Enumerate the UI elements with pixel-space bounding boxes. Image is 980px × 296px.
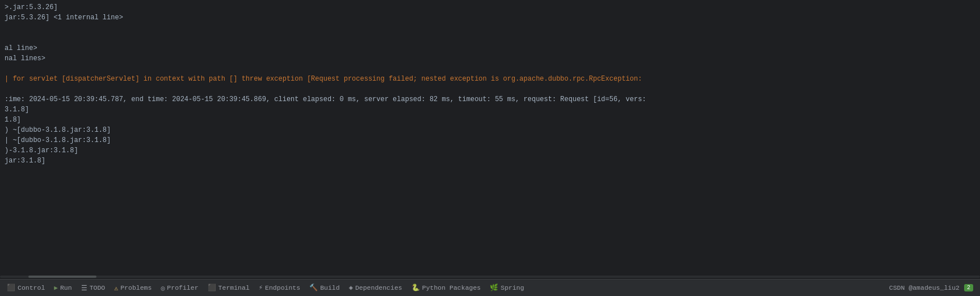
- console-line: [5, 33, 975, 43]
- console-line: [5, 84, 975, 94]
- toolbar-item-run[interactable]: ▶ Run: [49, 280, 76, 296]
- problems-icon: ⚠: [114, 284, 118, 292]
- build-icon: 🔨: [309, 284, 318, 292]
- console-line: | ~[dubbo-3.1.8.jar:3.1.8]: [5, 135, 975, 145]
- toolbar-right: CSDN @amadeus_liu2 2: [889, 284, 978, 291]
- toolbar-label-spring: Spring: [500, 284, 524, 291]
- scrollbar-area[interactable]: [0, 274, 980, 279]
- timing-line: :ime: 2024-05-15 20:39:45.787, end time:…: [5, 94, 975, 105]
- python-icon: 🐍: [411, 284, 420, 292]
- dependencies-icon: ◈: [349, 284, 353, 292]
- toolbar-label-run: Run: [60, 284, 72, 291]
- console-line: [5, 64, 975, 74]
- toolbar-label-profiler: Profiler: [167, 284, 198, 291]
- console-line: nal lines>: [5, 53, 975, 64]
- endpoints-icon: ⚡: [259, 284, 263, 292]
- console-line: 1.8]: [5, 115, 975, 125]
- console-line: ) ~[dubbo-3.1.8.jar:3.1.8]: [5, 125, 975, 135]
- toolbar-label-problems: Problems: [120, 284, 152, 291]
- toolbar-item-spring[interactable]: 🌿 Spring: [485, 280, 528, 296]
- terminal-icon: ⬛: [208, 284, 216, 292]
- scrollbar-track[interactable]: [0, 276, 980, 278]
- toolbar-item-problems[interactable]: ⚠ Problems: [110, 280, 156, 296]
- toolbar-item-endpoints[interactable]: ⚡ Endpoints: [254, 280, 305, 296]
- toolbar-label-build: Build: [320, 284, 340, 291]
- notification-badge[interactable]: 2: [964, 284, 973, 291]
- toolbar-label-endpoints: Endpoints: [265, 284, 300, 291]
- toolbar-label-dependencies: Dependencies: [355, 284, 402, 291]
- toolbar-label-control: Control: [18, 284, 45, 291]
- toolbar-item-python-packages[interactable]: 🐍 Python Packages: [407, 280, 486, 296]
- toolbar-item-todo[interactable]: ☰ TODO: [77, 280, 110, 296]
- toolbar-item-dependencies[interactable]: ◈ Dependencies: [344, 280, 407, 296]
- toolbar-item-terminal[interactable]: ⬛ Terminal: [203, 280, 254, 296]
- console-line: jar:3.1.8]: [5, 156, 975, 166]
- toolbar-item-control[interactable]: ⬛ Control: [2, 280, 49, 296]
- toolbar-label-terminal: Terminal: [218, 284, 250, 291]
- user-info: CSDN @amadeus_liu2: [889, 284, 960, 291]
- toolbar-label-todo: TODO: [90, 284, 106, 291]
- console-line: 3.1.8]: [5, 105, 975, 115]
- console-line: [5, 23, 975, 33]
- todo-icon: ☰: [81, 284, 87, 292]
- control-icon: ⬛: [7, 284, 15, 292]
- console-line: )-3.1.8.jar:3.1.8]: [5, 145, 975, 156]
- toolbar-item-profiler[interactable]: ◎ Profiler: [156, 280, 203, 296]
- scrollbar-thumb[interactable]: [28, 276, 96, 278]
- console-line: >.jar:5.3.26]: [5, 2, 975, 12]
- console-line: jar:5.3.26] <1 internal line>: [5, 12, 975, 23]
- bottom-toolbar: ⬛ Control ▶ Run ☰ TODO ⚠ Problems ◎ Prof…: [0, 279, 980, 296]
- toolbar-item-build[interactable]: 🔨 Build: [305, 280, 344, 296]
- console-area: >.jar:5.3.26] jar:5.3.26] <1 internal li…: [0, 0, 980, 274]
- error-line: | for servlet [dispatcherServlet] in con…: [5, 74, 975, 84]
- spring-icon: 🌿: [490, 284, 498, 292]
- console-line: al line>: [5, 43, 975, 53]
- profiler-icon: ◎: [161, 284, 165, 292]
- run-icon: ▶: [54, 284, 58, 291]
- toolbar-label-python: Python Packages: [422, 284, 481, 291]
